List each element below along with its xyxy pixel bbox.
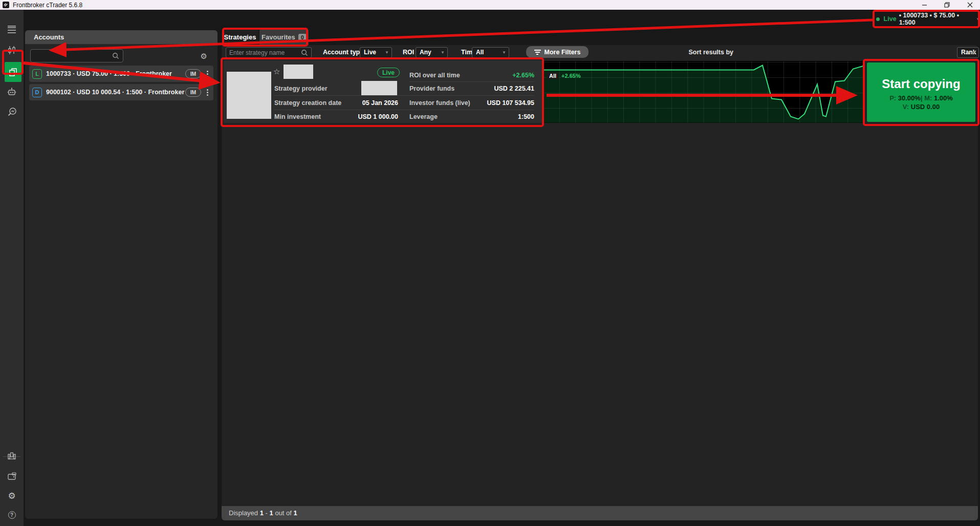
tab-favourites-label: Favourites bbox=[262, 33, 295, 41]
tab-strategies[interactable]: Strategies bbox=[222, 29, 258, 45]
strategy-avatar bbox=[227, 72, 271, 119]
volume-line: V: USD 0.00 bbox=[867, 103, 975, 111]
more-filters-label: More Filters bbox=[545, 49, 581, 56]
m-label: M: bbox=[924, 94, 932, 102]
favourite-star-icon[interactable]: ☆ bbox=[273, 67, 280, 76]
investor-funds-value: USD 107 534.95 bbox=[468, 99, 534, 107]
account-label: 9000102 · USD 10 000.54 · 1:500 · Frontb… bbox=[46, 89, 184, 96]
divider bbox=[274, 95, 534, 96]
strategy-card-details[interactable]: ☆ Live Strategy provider Strategy creati… bbox=[224, 60, 542, 123]
leverage-label: Leverage bbox=[409, 113, 438, 120]
app-logo-icon bbox=[3, 2, 9, 8]
trading-bots-icon[interactable] bbox=[0, 87, 24, 96]
account-menu-icon[interactable] bbox=[207, 88, 209, 97]
accounts-panel: Accounts ⚙ L 1000733 · USD 75.00 · 1:500… bbox=[25, 30, 217, 519]
analyze-search-icon[interactable] bbox=[0, 107, 24, 117]
sort-dropdown[interactable]: Rank▼ bbox=[957, 47, 979, 58]
active-account-selector[interactable]: Live • 1000733 • $ 75.00 • 1:500 ▼ bbox=[876, 13, 980, 25]
roi-all-time-value: +2.65% bbox=[473, 72, 534, 79]
chart-period-chip: All bbox=[547, 72, 559, 79]
chevron-down-icon: ▼ bbox=[441, 48, 445, 57]
provider-label: Strategy provider bbox=[274, 85, 328, 92]
status-dash: - bbox=[266, 509, 268, 517]
chevron-down-icon: ▼ bbox=[972, 48, 976, 57]
start-copying-label: Start copying bbox=[867, 77, 975, 91]
account-type-label: Account type bbox=[323, 49, 363, 56]
restore-button[interactable] bbox=[939, 0, 955, 10]
v-label: V: bbox=[903, 103, 909, 111]
left-sidebar: ⚙ ? bbox=[0, 10, 24, 526]
accounts-settings-icon[interactable]: ⚙ bbox=[201, 52, 207, 61]
status-prefix: Displayed bbox=[229, 509, 258, 517]
roi-sparkline-chart: All +2.65% bbox=[543, 61, 864, 123]
strategy-search-input[interactable] bbox=[229, 48, 297, 57]
live-badge: Live bbox=[377, 68, 400, 77]
min-investment-label: Min investment bbox=[274, 113, 321, 120]
status-dot-icon bbox=[876, 17, 880, 21]
chart-label: All +2.65% bbox=[547, 72, 581, 79]
account-details: • 1000733 • $ 75.00 • 1:500 bbox=[899, 12, 973, 26]
provider-value-placeholder bbox=[361, 81, 397, 95]
m-value: 1.00% bbox=[934, 94, 953, 102]
account-type-badge: L bbox=[32, 69, 42, 79]
close-button[interactable] bbox=[962, 0, 978, 10]
account-type-badge: D bbox=[32, 88, 42, 97]
roi-label: ROI bbox=[403, 49, 414, 56]
accounts-search-box bbox=[30, 49, 123, 62]
tab-strategies-label: Strategies bbox=[224, 33, 256, 41]
accounts-header: Accounts bbox=[25, 30, 217, 44]
minimize-button[interactable] bbox=[916, 0, 932, 10]
menu-icon[interactable] bbox=[0, 24, 24, 28]
results-status-bar: Displayed 1 - 1 out of 1 bbox=[222, 506, 978, 520]
account-type-dropdown[interactable]: Live▼ bbox=[360, 47, 392, 58]
time-value: All bbox=[476, 49, 484, 56]
tab-favourites[interactable]: Favourites 0 bbox=[259, 29, 309, 45]
roi-all-time-label: ROI over all time bbox=[409, 72, 460, 79]
accounts-search-input[interactable] bbox=[34, 50, 108, 62]
fees-line: P: 30.00%| M: 1.00% bbox=[867, 94, 975, 102]
account-im-tag[interactable]: IM bbox=[185, 88, 201, 97]
sort-results-label: Sort results by bbox=[688, 49, 733, 56]
settings-gear-icon[interactable]: ⚙ bbox=[0, 492, 24, 500]
account-row-1[interactable]: L 1000733 · USD 75.00 · 1:500 · Frontbro… bbox=[29, 66, 213, 82]
wallet-icon[interactable] bbox=[0, 472, 24, 480]
chevron-down-icon: ▼ bbox=[976, 17, 980, 22]
status-to: 1 bbox=[270, 509, 273, 517]
v-value: USD 0.00 bbox=[911, 103, 940, 111]
p-value: 30.00% bbox=[898, 94, 921, 102]
roi-value: Any bbox=[420, 49, 431, 56]
strategy-search-box bbox=[226, 47, 312, 58]
account-menu-icon[interactable] bbox=[207, 70, 209, 78]
filter-icon bbox=[534, 49, 541, 56]
pipe: | bbox=[921, 94, 923, 102]
time-dropdown[interactable]: All▼ bbox=[472, 47, 509, 58]
chart-roi-value: +2.65% bbox=[561, 73, 581, 79]
account-row-2[interactable]: D 9000102 · USD 10 000.54 · 1:500 · Fron… bbox=[29, 84, 213, 100]
start-copying-button[interactable]: Start copying P: 30.00%| M: 1.00% V: USD… bbox=[867, 62, 975, 122]
roi-dropdown[interactable]: Any▼ bbox=[416, 47, 448, 58]
chevron-down-icon: ▼ bbox=[502, 48, 506, 57]
status-total: 1 bbox=[294, 509, 297, 517]
creation-date-value: 05 Jan 2026 bbox=[336, 99, 398, 107]
titlebar: Frontbroker cTrader 5.6.8 bbox=[0, 0, 980, 10]
copy-trading-icon[interactable] bbox=[5, 62, 21, 82]
window-title: Frontbroker cTrader 5.6.8 bbox=[13, 2, 82, 9]
favourites-count-badge: 0 bbox=[298, 34, 307, 41]
help-icon[interactable]: ? bbox=[0, 511, 24, 519]
account-im-tag[interactable]: IM bbox=[185, 69, 201, 78]
account-label: 1000733 · USD 75.00 · 1:500 · Frontbroke… bbox=[46, 70, 172, 77]
divider bbox=[409, 81, 534, 82]
trade-candlestick-icon[interactable] bbox=[0, 46, 24, 55]
creation-date-label: Strategy creation date bbox=[274, 99, 341, 107]
chevron-down-icon: ▼ bbox=[385, 48, 389, 57]
p-label: P: bbox=[889, 94, 896, 102]
deposit-icon[interactable] bbox=[0, 452, 24, 460]
chart-canvas bbox=[543, 61, 864, 123]
min-investment-value: USD 1 000.00 bbox=[336, 113, 398, 120]
provider-funds-label: Provider funds bbox=[409, 85, 454, 92]
more-filters-button[interactable]: More Filters bbox=[526, 46, 589, 58]
strategy-name-placeholder bbox=[284, 65, 313, 79]
status-middle: out of bbox=[275, 509, 292, 517]
accounts-title: Accounts bbox=[34, 33, 64, 41]
leverage-value: 1:500 bbox=[473, 113, 534, 120]
